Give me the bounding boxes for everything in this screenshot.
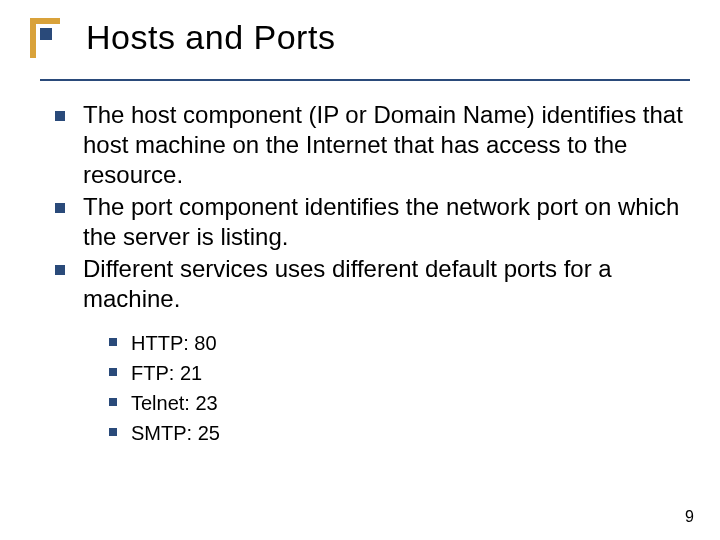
bullet-square-icon — [55, 111, 65, 121]
corner-decoration — [30, 18, 60, 58]
page-number: 9 — [685, 508, 694, 526]
sub-bullet-text: SMTP: 25 — [131, 420, 220, 446]
bullet-item: Different services uses different defaul… — [55, 254, 690, 314]
sub-bullet-text: FTP: 21 — [131, 360, 202, 386]
bullet-square-icon — [109, 368, 117, 376]
sub-bullet-text: HTTP: 80 — [131, 330, 217, 356]
content-area: The host component (IP or Domain Name) i… — [55, 100, 690, 450]
title-underline — [40, 79, 690, 81]
sub-bullet-text: Telnet: 23 — [131, 390, 218, 416]
corner-accent-vertical — [30, 18, 36, 58]
bullet-text: Different services uses different defaul… — [83, 254, 690, 314]
bullet-item: The host component (IP or Domain Name) i… — [55, 100, 690, 190]
bullet-square-icon — [109, 398, 117, 406]
bullet-square-icon — [55, 265, 65, 275]
title-area: Hosts and Ports — [86, 18, 690, 57]
sub-bullet-item: SMTP: 25 — [109, 420, 690, 446]
bullet-square-icon — [109, 428, 117, 436]
bullet-text: The host component (IP or Domain Name) i… — [83, 100, 690, 190]
bullet-square-icon — [109, 338, 117, 346]
sub-bullet-item: HTTP: 80 — [109, 330, 690, 356]
corner-accent-square — [40, 28, 52, 40]
sub-bullet-list: HTTP: 80 FTP: 21 Telnet: 23 SMTP: 25 — [109, 330, 690, 446]
bullet-square-icon — [55, 203, 65, 213]
bullet-item: The port component identifies the networ… — [55, 192, 690, 252]
sub-bullet-item: FTP: 21 — [109, 360, 690, 386]
bullet-text: The port component identifies the networ… — [83, 192, 690, 252]
sub-bullet-item: Telnet: 23 — [109, 390, 690, 416]
slide-title: Hosts and Ports — [86, 18, 690, 57]
